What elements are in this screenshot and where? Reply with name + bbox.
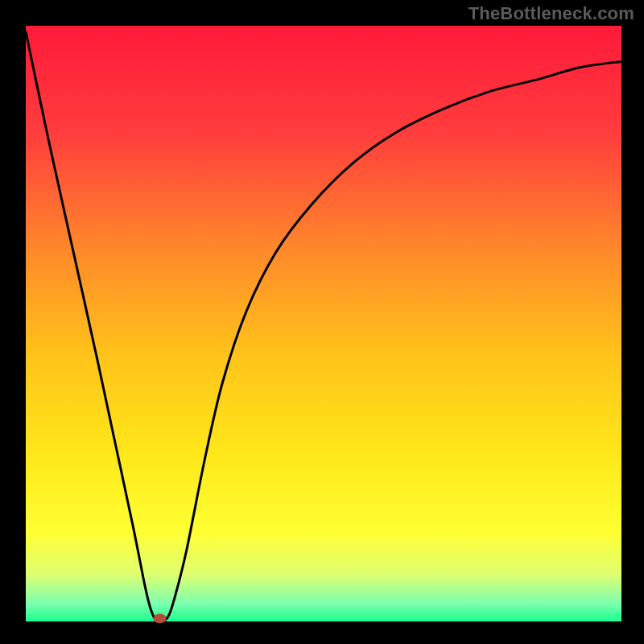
plot-background (26, 26, 621, 621)
optimal-point-marker (154, 613, 167, 623)
bottleneck-chart (0, 0, 644, 644)
watermark-text: TheBottleneck.com (469, 3, 634, 24)
